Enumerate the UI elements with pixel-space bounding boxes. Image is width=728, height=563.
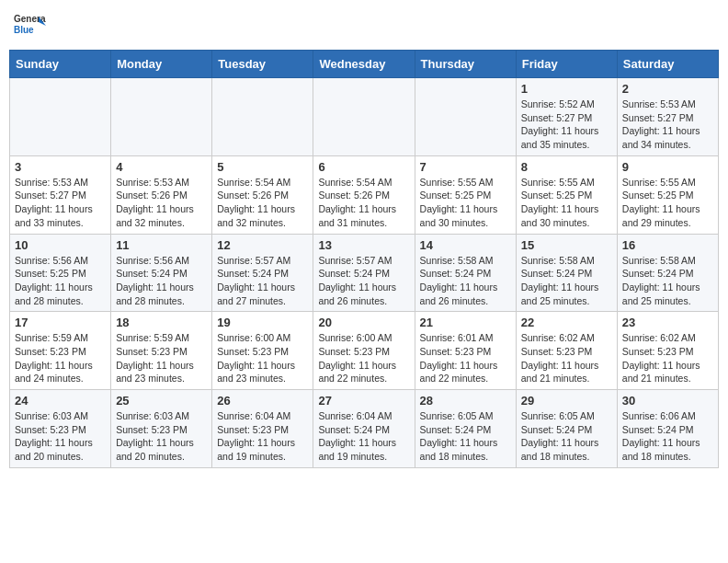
logo-svg: General Blue xyxy=(13,9,46,42)
day-number: 9 xyxy=(622,160,713,174)
calendar-cell: 21Sunrise: 6:01 AM Sunset: 5:23 PM Dayli… xyxy=(415,312,516,390)
calendar-cell: 17Sunrise: 5:59 AM Sunset: 5:23 PM Dayli… xyxy=(10,312,111,390)
calendar-cell: 5Sunrise: 5:54 AM Sunset: 5:26 PM Daylig… xyxy=(212,155,313,234)
header-thursday: Thursday xyxy=(415,51,516,78)
header-saturday: Saturday xyxy=(617,51,718,78)
day-info: Sunrise: 6:03 AM Sunset: 5:23 PM Dayligh… xyxy=(116,409,207,464)
calendar-cell: 24Sunrise: 6:03 AM Sunset: 5:23 PM Dayli… xyxy=(10,390,111,468)
calendar-cell: 30Sunrise: 6:06 AM Sunset: 5:24 PM Dayli… xyxy=(617,390,718,468)
header-monday: Monday xyxy=(111,51,212,78)
header-tuesday: Tuesday xyxy=(212,51,313,78)
day-info: Sunrise: 5:53 AM Sunset: 5:26 PM Dayligh… xyxy=(116,176,207,230)
calendar-cell: 13Sunrise: 5:57 AM Sunset: 5:24 PM Dayli… xyxy=(313,234,415,312)
day-info: Sunrise: 5:57 AM Sunset: 5:24 PM Dayligh… xyxy=(217,254,308,308)
calendar-cell: 27Sunrise: 6:04 AM Sunset: 5:24 PM Dayli… xyxy=(313,390,415,468)
calendar-cell: 19Sunrise: 6:00 AM Sunset: 5:23 PM Dayli… xyxy=(212,312,313,390)
day-info: Sunrise: 5:56 AM Sunset: 5:25 PM Dayligh… xyxy=(15,254,106,308)
day-number: 21 xyxy=(420,316,511,329)
calendar-cell: 29Sunrise: 6:05 AM Sunset: 5:24 PM Dayli… xyxy=(516,390,617,468)
week-row-3: 10Sunrise: 5:56 AM Sunset: 5:25 PM Dayli… xyxy=(10,234,719,312)
day-number: 3 xyxy=(15,160,106,174)
day-number: 29 xyxy=(521,394,612,408)
page-header: General Blue xyxy=(9,9,719,42)
day-number: 17 xyxy=(15,316,106,329)
calendar-cell: 9Sunrise: 5:55 AM Sunset: 5:25 PM Daylig… xyxy=(617,155,718,234)
day-info: Sunrise: 6:00 AM Sunset: 5:23 PM Dayligh… xyxy=(318,331,409,385)
day-info: Sunrise: 6:02 AM Sunset: 5:23 PM Dayligh… xyxy=(521,331,612,385)
calendar-cell: 4Sunrise: 5:53 AM Sunset: 5:26 PM Daylig… xyxy=(111,155,212,234)
day-info: Sunrise: 6:04 AM Sunset: 5:23 PM Dayligh… xyxy=(217,409,308,464)
calendar-cell: 28Sunrise: 6:05 AM Sunset: 5:24 PM Dayli… xyxy=(415,390,516,468)
week-row-2: 3Sunrise: 5:53 AM Sunset: 5:27 PM Daylig… xyxy=(10,155,719,234)
day-number: 20 xyxy=(318,316,409,329)
calendar-cell: 15Sunrise: 5:58 AM Sunset: 5:24 PM Dayli… xyxy=(516,234,617,312)
calendar-cell xyxy=(415,78,516,156)
header-wednesday: Wednesday xyxy=(313,51,415,78)
calendar-cell xyxy=(212,78,313,156)
calendar-cell: 7Sunrise: 5:55 AM Sunset: 5:25 PM Daylig… xyxy=(415,155,516,234)
day-number: 2 xyxy=(622,82,713,96)
day-number: 22 xyxy=(521,316,612,329)
day-number: 5 xyxy=(217,160,308,174)
day-info: Sunrise: 5:56 AM Sunset: 5:24 PM Dayligh… xyxy=(116,254,207,308)
day-number: 30 xyxy=(622,394,713,408)
calendar-cell: 11Sunrise: 5:56 AM Sunset: 5:24 PM Dayli… xyxy=(111,234,212,312)
day-number: 1 xyxy=(521,82,612,96)
day-info: Sunrise: 5:58 AM Sunset: 5:24 PM Dayligh… xyxy=(622,254,713,308)
calendar-cell: 8Sunrise: 5:55 AM Sunset: 5:25 PM Daylig… xyxy=(516,155,617,234)
day-number: 23 xyxy=(622,316,713,329)
day-info: Sunrise: 5:59 AM Sunset: 5:23 PM Dayligh… xyxy=(15,331,106,385)
day-info: Sunrise: 6:02 AM Sunset: 5:23 PM Dayligh… xyxy=(622,331,713,385)
day-number: 15 xyxy=(521,238,612,252)
day-info: Sunrise: 6:03 AM Sunset: 5:23 PM Dayligh… xyxy=(15,409,106,464)
week-row-4: 17Sunrise: 5:59 AM Sunset: 5:23 PM Dayli… xyxy=(10,312,719,390)
day-number: 28 xyxy=(420,394,511,408)
day-number: 25 xyxy=(116,394,207,408)
day-info: Sunrise: 5:54 AM Sunset: 5:26 PM Dayligh… xyxy=(318,176,409,230)
day-number: 16 xyxy=(622,238,713,252)
calendar-cell: 20Sunrise: 6:00 AM Sunset: 5:23 PM Dayli… xyxy=(313,312,415,390)
day-info: Sunrise: 6:05 AM Sunset: 5:24 PM Dayligh… xyxy=(521,409,612,464)
calendar-cell: 25Sunrise: 6:03 AM Sunset: 5:23 PM Dayli… xyxy=(111,390,212,468)
day-info: Sunrise: 6:01 AM Sunset: 5:23 PM Dayligh… xyxy=(420,331,511,385)
calendar-cell xyxy=(111,78,212,156)
week-row-5: 24Sunrise: 6:03 AM Sunset: 5:23 PM Dayli… xyxy=(10,390,719,468)
day-number: 19 xyxy=(217,316,308,329)
calendar-table: SundayMondayTuesdayWednesdayThursdayFrid… xyxy=(9,50,719,468)
logo: General Blue xyxy=(13,9,46,42)
calendar-cell: 12Sunrise: 5:57 AM Sunset: 5:24 PM Dayli… xyxy=(212,234,313,312)
day-number: 18 xyxy=(116,316,207,329)
day-info: Sunrise: 5:54 AM Sunset: 5:26 PM Dayligh… xyxy=(217,176,308,230)
day-number: 13 xyxy=(318,238,409,252)
day-number: 24 xyxy=(15,394,106,408)
week-row-1: 1Sunrise: 5:52 AM Sunset: 5:27 PM Daylig… xyxy=(10,78,719,156)
day-info: Sunrise: 5:55 AM Sunset: 5:25 PM Dayligh… xyxy=(622,176,713,230)
day-info: Sunrise: 5:55 AM Sunset: 5:25 PM Dayligh… xyxy=(420,176,511,230)
calendar-cell: 3Sunrise: 5:53 AM Sunset: 5:27 PM Daylig… xyxy=(10,155,111,234)
day-info: Sunrise: 5:53 AM Sunset: 5:27 PM Dayligh… xyxy=(15,176,106,230)
calendar-cell: 18Sunrise: 5:59 AM Sunset: 5:23 PM Dayli… xyxy=(111,312,212,390)
day-info: Sunrise: 6:04 AM Sunset: 5:24 PM Dayligh… xyxy=(318,409,409,464)
day-number: 10 xyxy=(15,238,106,252)
header-friday: Friday xyxy=(516,51,617,78)
day-number: 6 xyxy=(318,160,409,174)
calendar-cell: 2Sunrise: 5:53 AM Sunset: 5:27 PM Daylig… xyxy=(617,78,718,156)
calendar-cell: 16Sunrise: 5:58 AM Sunset: 5:24 PM Dayli… xyxy=(617,234,718,312)
day-number: 14 xyxy=(420,238,511,252)
day-info: Sunrise: 5:55 AM Sunset: 5:25 PM Dayligh… xyxy=(521,176,612,230)
day-number: 27 xyxy=(318,394,409,408)
day-info: Sunrise: 5:53 AM Sunset: 5:27 PM Dayligh… xyxy=(622,98,713,152)
day-number: 8 xyxy=(521,160,612,174)
calendar-cell: 14Sunrise: 5:58 AM Sunset: 5:24 PM Dayli… xyxy=(415,234,516,312)
calendar-cell: 22Sunrise: 6:02 AM Sunset: 5:23 PM Dayli… xyxy=(516,312,617,390)
day-number: 11 xyxy=(116,238,207,252)
day-info: Sunrise: 5:58 AM Sunset: 5:24 PM Dayligh… xyxy=(521,254,612,308)
calendar-header-row: SundayMondayTuesdayWednesdayThursdayFrid… xyxy=(10,51,719,78)
calendar-body: 1Sunrise: 5:52 AM Sunset: 5:27 PM Daylig… xyxy=(10,78,719,468)
svg-text:Blue: Blue xyxy=(14,25,34,35)
calendar-cell xyxy=(10,78,111,156)
day-info: Sunrise: 5:58 AM Sunset: 5:24 PM Dayligh… xyxy=(420,254,511,308)
day-number: 26 xyxy=(217,394,308,408)
day-info: Sunrise: 6:06 AM Sunset: 5:24 PM Dayligh… xyxy=(622,409,713,464)
calendar-cell: 1Sunrise: 5:52 AM Sunset: 5:27 PM Daylig… xyxy=(516,78,617,156)
